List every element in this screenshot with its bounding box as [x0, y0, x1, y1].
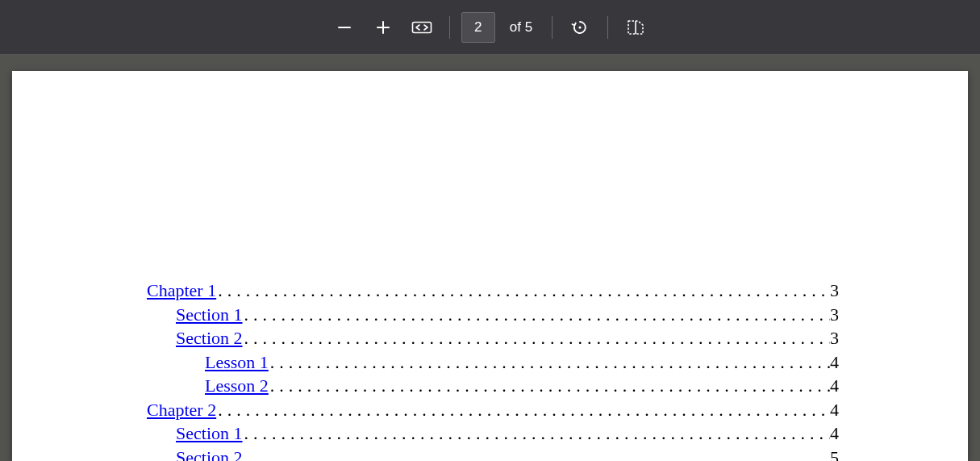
toc-row: Section 1...............................… [147, 304, 839, 326]
toc-page-number: 4 [830, 351, 839, 374]
toc-row: Section 2...............................… [147, 446, 839, 462]
toc-leader-dots: ........................................… [216, 279, 830, 302]
table-of-contents: Chapter 1...............................… [147, 279, 839, 461]
page-view-button[interactable] [619, 11, 652, 44]
toc-link[interactable]: Section 1 [176, 304, 243, 326]
toc-row: Lesson 1................................… [147, 351, 839, 374]
toc-row: Section 2...............................… [147, 327, 839, 350]
page-number-input[interactable] [461, 12, 495, 43]
pdf-page: Chapter 1...............................… [12, 71, 968, 461]
toc-row: Chapter 2...............................… [147, 399, 839, 421]
toc-link[interactable]: Chapter 1 [147, 279, 216, 302]
toc-link[interactable]: Section 2 [176, 446, 243, 462]
toc-link[interactable]: Lesson 1 [205, 351, 269, 374]
toc-page-number: 4 [830, 375, 839, 397]
toc-leader-dots: ........................................… [243, 446, 831, 462]
toc-leader-dots: ........................................… [269, 351, 830, 374]
toc-row: Chapter 1...............................… [147, 279, 839, 302]
toc-page-number: 3 [830, 327, 839, 350]
toc-row: Lesson 2................................… [147, 375, 839, 397]
toc-page-number: 5 [830, 446, 839, 462]
zoom-out-button[interactable] [328, 11, 361, 44]
pdf-toolbar: of 5 [0, 0, 980, 55]
zoom-in-button[interactable] [367, 11, 399, 44]
svg-point-4 [579, 26, 582, 28]
toc-leader-dots: ........................................… [243, 422, 831, 445]
toc-page-number: 3 [830, 304, 839, 326]
viewport[interactable]: Chapter 1...............................… [0, 55, 980, 461]
toc-link[interactable]: Section 1 [176, 422, 243, 445]
toc-row: Section 1...............................… [147, 422, 839, 445]
fit-width-button[interactable] [406, 11, 438, 44]
toc-page-number: 4 [830, 399, 839, 421]
toc-page-number: 3 [830, 279, 839, 302]
toc-leader-dots: ........................................… [243, 304, 831, 326]
toc-link[interactable]: Chapter 2 [147, 399, 216, 421]
toc-leader-dots: ........................................… [243, 327, 831, 350]
toolbar-divider [607, 16, 608, 39]
toc-link[interactable]: Lesson 2 [205, 375, 269, 397]
toc-page-number: 4 [830, 422, 839, 445]
rotate-button[interactable] [564, 11, 596, 44]
toc-leader-dots: ........................................… [216, 399, 830, 421]
svg-rect-3 [412, 22, 431, 32]
toc-leader-dots: ........................................… [269, 375, 830, 397]
page-total-label: of 5 [510, 19, 532, 36]
toolbar-divider [449, 16, 450, 39]
toc-link[interactable]: Section 2 [176, 327, 243, 350]
toolbar-divider [552, 16, 553, 39]
